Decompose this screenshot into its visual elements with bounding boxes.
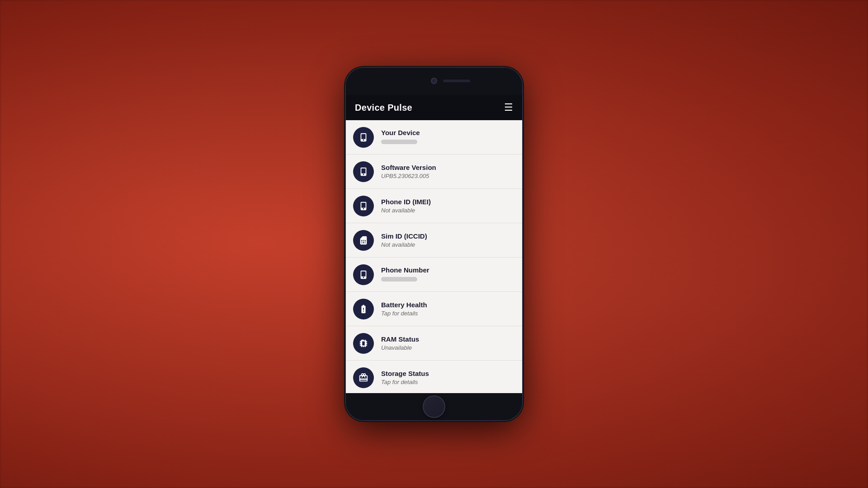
software-version-value: UPB5.230623.005	[381, 173, 515, 179]
your-device-label: Your Device	[381, 129, 515, 136]
list-item-phone-id[interactable]: Phone ID (IMEI) Not available	[346, 189, 522, 223]
phone-top-bar	[346, 68, 522, 95]
storage-status-icon-wrap	[353, 367, 374, 388]
phone-frame: Device Pulse ☰ Your Device	[346, 68, 522, 420]
phone-bottom-bar	[346, 393, 522, 420]
phone-speaker	[443, 80, 470, 82]
storage-status-value: Tap for details	[381, 379, 515, 385]
your-device-icon-wrap	[353, 127, 374, 148]
phone-id-icon-wrap	[353, 196, 374, 216]
chip-icon	[359, 338, 368, 348]
list-item-storage-status[interactable]: Storage Status Tap for details	[346, 361, 522, 393]
ram-status-icon-wrap	[353, 333, 374, 354]
phone-id-text: Phone ID (IMEI) Not available	[381, 198, 515, 214]
phone-icon	[359, 132, 368, 142]
your-device-value-bar	[381, 140, 417, 144]
list-item-ram-status[interactable]: RAM Status Unavailable	[346, 326, 522, 361]
software-version-label: Software Version	[381, 164, 515, 171]
home-button[interactable]	[423, 395, 445, 418]
phone-number-value-bar	[381, 277, 417, 282]
storage-status-text: Storage Status Tap for details	[381, 370, 515, 385]
app-header: Device Pulse ☰	[346, 95, 522, 120]
imei-icon	[359, 201, 368, 211]
storage-status-label: Storage Status	[381, 370, 515, 377]
list-item-your-device[interactable]: Your Device	[346, 120, 522, 155]
list-item-sim-id[interactable]: Sim ID (ICCID) Not available	[346, 223, 522, 258]
sim-id-value: Not available	[381, 241, 515, 248]
ram-status-text: RAM Status Unavailable	[381, 335, 515, 351]
ram-status-label: RAM Status	[381, 335, 515, 343]
sim-icon	[359, 235, 368, 245]
ram-status-value: Unavailable	[381, 344, 515, 351]
phone-number-icon	[359, 270, 368, 280]
menu-icon[interactable]: ☰	[504, 103, 513, 113]
sim-id-text: Sim ID (ICCID) Not available	[381, 232, 515, 248]
battery-health-label: Battery Health	[381, 301, 515, 309]
software-icon	[359, 167, 368, 177]
app-content: Your Device Software Version UPB5.230623…	[346, 120, 522, 393]
list-item-software-version[interactable]: Software Version UPB5.230623.005	[346, 155, 522, 189]
list-item-phone-number[interactable]: Phone Number	[346, 258, 522, 292]
battery-health-icon-wrap	[353, 299, 374, 319]
sim-id-label: Sim ID (ICCID)	[381, 232, 515, 240]
sim-id-icon-wrap	[353, 230, 374, 251]
phone-number-label: Phone Number	[381, 266, 515, 274]
app-title: Device Pulse	[355, 103, 412, 113]
list-item-battery-health[interactable]: Battery Health Tap for details	[346, 292, 522, 326]
software-version-icon-wrap	[353, 161, 374, 182]
storage-icon	[359, 373, 368, 383]
your-device-text: Your Device	[381, 129, 515, 146]
phone-id-label: Phone ID (IMEI)	[381, 198, 515, 206]
phone-camera	[431, 78, 437, 84]
scene: Device Pulse ☰ Your Device	[0, 0, 868, 488]
battery-health-text: Battery Health Tap for details	[381, 301, 515, 317]
software-version-text: Software Version UPB5.230623.005	[381, 164, 515, 179]
battery-icon	[359, 304, 368, 314]
phone-number-text: Phone Number	[381, 266, 515, 283]
battery-health-value: Tap for details	[381, 310, 515, 317]
phone-id-value: Not available	[381, 207, 515, 214]
phone-number-icon-wrap	[353, 264, 374, 285]
